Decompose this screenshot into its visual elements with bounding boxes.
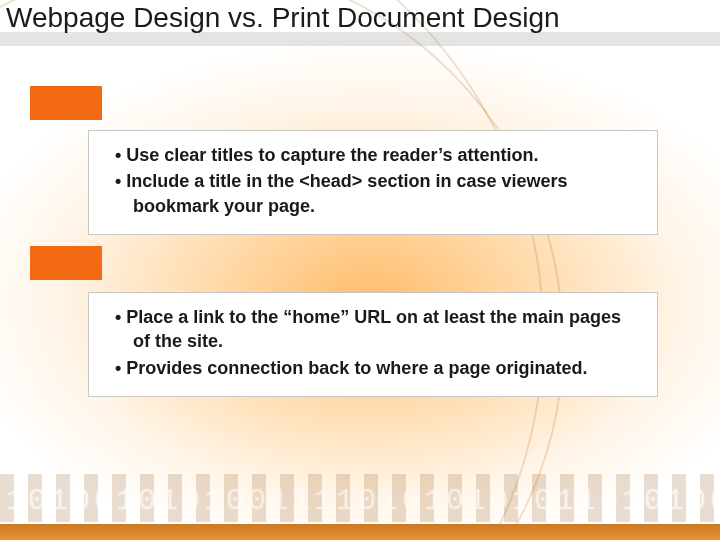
decor-arc bbox=[0, 0, 720, 540]
bullet: Place a link to the “home” URL on at lea… bbox=[103, 305, 643, 354]
bullet: Provides connection back to where a page… bbox=[103, 356, 643, 380]
section-tag-2 bbox=[30, 246, 102, 280]
section-tag-1 bbox=[30, 86, 102, 120]
decor-topband bbox=[0, 32, 720, 46]
textbox-1: Use clear titles to capture the reader’s… bbox=[88, 130, 658, 235]
decor-bottom-rail bbox=[0, 524, 720, 540]
textbox-2: Place a link to the “home” URL on at lea… bbox=[88, 292, 658, 397]
bullet: Use clear titles to capture the reader’s… bbox=[103, 143, 643, 167]
decor-binary-strip bbox=[0, 474, 720, 522]
slide-title: Webpage Design vs. Print Document Design bbox=[6, 2, 560, 34]
slide: Webpage Design vs. Print Document Design… bbox=[0, 0, 720, 540]
bullet: Include a title in the <head> section in… bbox=[103, 169, 643, 218]
